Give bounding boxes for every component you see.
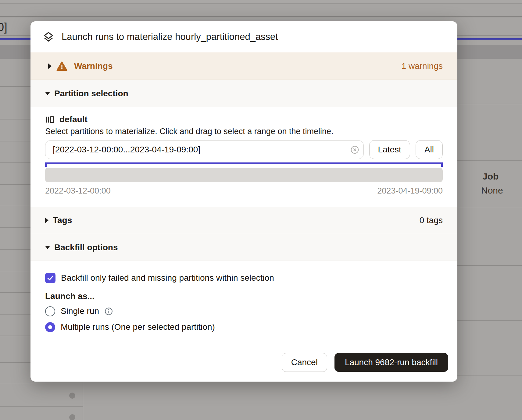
launch-backfill-dialog: Launch runs to materialize hourly_partit… (30, 21, 457, 382)
checkbox-label: Backfill only failed and missing partiti… (61, 273, 274, 283)
partition-dimension-icon (45, 115, 55, 124)
table-row-divider (0, 271, 30, 271)
timeline-start-label: 2022-03-12-00:00 (45, 186, 111, 197)
table-row-divider (0, 292, 30, 293)
chevron-down-icon (45, 246, 50, 249)
timeline-end-label: 2023-04-19-09:00 (377, 186, 443, 197)
table-row-divider (457, 104, 522, 104)
table-row-divider (0, 119, 30, 119)
warnings-label: Warnings (74, 61, 113, 71)
chevron-down-icon (45, 92, 50, 95)
partition-dimension-name: default (59, 115, 88, 124)
all-button[interactable]: All (416, 140, 443, 159)
radio-selected-icon[interactable] (45, 322, 55, 332)
checkbox-checked-icon[interactable] (45, 273, 55, 283)
partition-selection-title: Partition selection (54, 89, 128, 98)
table-row-divider (0, 184, 30, 185)
table-row-divider (457, 265, 522, 266)
launch-as-label: Launch as... (45, 291, 443, 302)
launch-backfill-button[interactable]: Launch 9682-run backfill (334, 353, 448, 372)
backfill-failed-missing-checkbox-row[interactable]: Backfill only failed and missing partiti… (45, 272, 443, 284)
single-run-option[interactable]: Single run (45, 305, 443, 318)
partition-selection-body: default Select partitions to materialize… (30, 107, 457, 207)
chevron-right-icon (48, 63, 52, 69)
table-row-divider (0, 384, 83, 384)
table-row-divider (457, 160, 522, 161)
table-row-divider (0, 362, 30, 363)
warnings-section[interactable]: Warnings 1 warnings (30, 52, 457, 80)
tags-title: Tags (53, 215, 72, 225)
timeline-selection-bracket (45, 162, 443, 167)
tags-count: 0 tags (420, 215, 443, 225)
dialog-footer: Cancel Launch 9682-run backfill (30, 353, 457, 382)
table-row-divider (0, 141, 30, 141)
table-row-divider (0, 249, 30, 250)
clear-input-icon[interactable] (351, 146, 359, 154)
table-row-divider (0, 206, 30, 206)
job-column-header: Job (482, 171, 499, 182)
latest-button[interactable]: Latest (369, 140, 410, 159)
partition-timeline[interactable] (45, 168, 443, 182)
status-dot (69, 414, 75, 420)
multiple-runs-label: Multiple runs (One per selected partitio… (61, 322, 215, 332)
multiple-runs-option[interactable]: Multiple runs (One per selected partitio… (45, 321, 443, 333)
table-row-divider (0, 336, 30, 336)
background-toolbar-divider (0, 16, 522, 17)
job-column-value: None (481, 185, 503, 196)
single-run-label: Single run (61, 306, 99, 316)
cancel-button[interactable]: Cancel (282, 353, 327, 372)
table-row-divider (0, 162, 30, 163)
warning-triangle-icon (56, 61, 67, 71)
partition-range-input[interactable] (45, 140, 364, 159)
background-text-fragment: 0] (0, 21, 7, 34)
partition-selection-header[interactable]: Partition selection (30, 80, 457, 107)
background-top-strip (0, 0, 522, 4)
table-row-divider (457, 375, 522, 376)
table-row-divider (0, 227, 30, 228)
partition-selection-description: Select partitions to materialize. Click … (45, 127, 443, 138)
table-row-divider (457, 320, 522, 321)
table-column-divider (83, 382, 83, 420)
chevron-right-icon (45, 218, 48, 223)
table-row-divider (0, 86, 30, 87)
backfill-options-header[interactable]: Backfill options (30, 234, 457, 261)
backfill-options-body: Backfill only failed and missing partiti… (30, 261, 457, 353)
table-row-divider (457, 207, 522, 207)
table-row-divider (0, 314, 30, 315)
info-icon[interactable] (105, 307, 113, 315)
radio-unselected-icon[interactable] (45, 306, 55, 316)
tags-section[interactable]: Tags 0 tags (30, 207, 457, 234)
materialize-icon (43, 31, 54, 43)
dialog-header: Launch runs to materialize hourly_partit… (30, 21, 457, 52)
backfill-options-title: Backfill options (54, 243, 118, 252)
partition-range-field (45, 140, 364, 159)
status-dot (69, 393, 75, 399)
dialog-title: Launch runs to materialize hourly_partit… (62, 31, 278, 42)
table-row-divider (0, 406, 83, 407)
warnings-count: 1 warnings (402, 61, 443, 71)
